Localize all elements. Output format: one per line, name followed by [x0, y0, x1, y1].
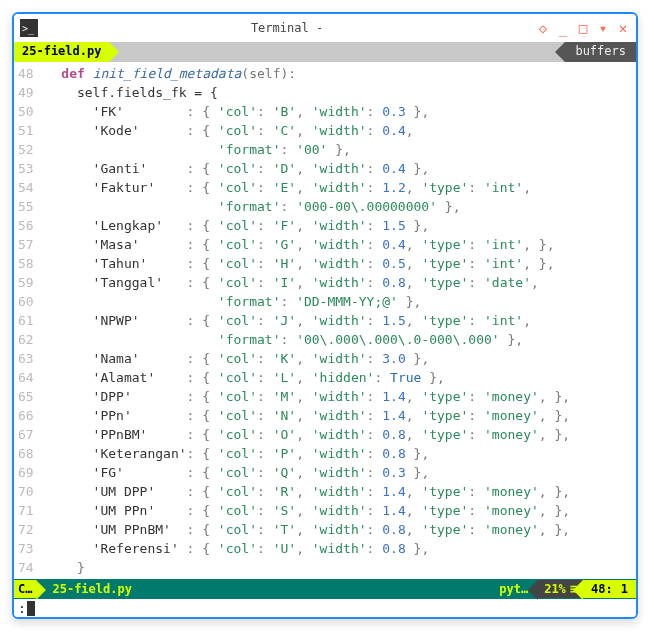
- titlebar: >_ Terminal - ◇ _ □ ▾ ✕: [14, 14, 636, 42]
- code-line: 'PPnBM' : { 'col': 'O', 'width': 0.8, 't…: [46, 425, 632, 444]
- code-line: 'FK' : { 'col': 'B', 'width': 0.3 },: [46, 102, 632, 121]
- line-number: 50: [18, 102, 34, 121]
- line-number: 69: [18, 463, 34, 482]
- cursor-icon: [27, 601, 35, 616]
- code-line: 'Tahun' : { 'col': 'H', 'width': 0.5, 't…: [46, 254, 632, 273]
- line-number: 71: [18, 501, 34, 520]
- status-col: 1: [621, 582, 628, 596]
- editor-area[interactable]: 4849505152535455565758596061626364656667…: [14, 62, 636, 579]
- code-line: 'format': '000-00\.00000000' },: [46, 197, 632, 216]
- titlebar-left: >_: [20, 19, 38, 37]
- cmd-prompt: :: [18, 601, 26, 616]
- line-number: 61: [18, 311, 34, 330]
- code-line: 'PPn' : { 'col': 'N', 'width': 1.4, 'typ…: [46, 406, 632, 425]
- buffers-label[interactable]: buffers: [565, 42, 636, 62]
- window-controls: ◇ _ □ ▾ ✕: [536, 20, 630, 36]
- code-line: self.fields_fk = {: [46, 83, 632, 102]
- status-line: 48: [591, 582, 605, 596]
- line-number: 68: [18, 444, 34, 463]
- line-number: 49: [18, 83, 34, 102]
- code-line: 'Alamat' : { 'col': 'L', 'hidden': True …: [46, 368, 632, 387]
- window-minimize-icon[interactable]: _: [556, 20, 570, 36]
- code-line: 'Masa' : { 'col': 'G', 'width': 0.4, 'ty…: [46, 235, 632, 254]
- line-number: 70: [18, 482, 34, 501]
- line-number: 62: [18, 330, 34, 349]
- status-filetype: pyt…: [499, 582, 528, 596]
- terminal-app-icon: >_: [20, 19, 38, 37]
- status-mode: C…: [14, 580, 36, 598]
- window-title: Terminal -: [38, 21, 536, 35]
- line-number: 48: [18, 64, 34, 83]
- line-number: 73: [18, 539, 34, 558]
- window-close-icon[interactable]: ✕: [616, 20, 630, 36]
- buffer-tabbar: 25-field.py buffers: [14, 42, 636, 62]
- code-line: 'Referensi' : { 'col': 'U', 'width': 0.8…: [46, 539, 632, 558]
- terminal-window: >_ Terminal - ◇ _ □ ▾ ✕ 25-field.py buff…: [12, 12, 638, 619]
- line-number: 56: [18, 216, 34, 235]
- line-number: 55: [18, 197, 34, 216]
- line-number: 67: [18, 425, 34, 444]
- line-number: 52: [18, 140, 34, 159]
- code-line: 'format': 'DD-MMM-YY;@' },: [46, 292, 632, 311]
- code-line: 'UM PPnBM' : { 'col': 'T', 'width': 0.8,…: [46, 520, 632, 539]
- line-number: 65: [18, 387, 34, 406]
- line-number: 72: [18, 520, 34, 539]
- status-percent: 21%: [544, 582, 566, 596]
- status-position: 48:1: [583, 580, 636, 598]
- code-line: 'format': '00' },: [46, 140, 632, 159]
- line-number: 66: [18, 406, 34, 425]
- tab-active[interactable]: 25-field.py: [14, 42, 109, 62]
- code-line: def init_field_metadata(self):: [46, 64, 632, 83]
- code-line: 'Lengkap' : { 'col': 'F', 'width': 1.5 }…: [46, 216, 632, 235]
- window-pin-icon[interactable]: ◇: [536, 20, 550, 36]
- statusbar: C… 25-field.py pyt… 21% ≡ 48:1: [14, 579, 636, 599]
- code-line: 'Tanggal' : { 'col': 'I', 'width': 0.8, …: [46, 273, 632, 292]
- code-line: 'UM DPP' : { 'col': 'R', 'width': 1.4, '…: [46, 482, 632, 501]
- line-number: 74: [18, 558, 34, 577]
- code-content[interactable]: def init_field_metadata(self): self.fiel…: [42, 62, 636, 579]
- command-line[interactable]: :: [14, 599, 636, 617]
- code-line: 'DPP' : { 'col': 'M', 'width': 1.4, 'typ…: [46, 387, 632, 406]
- line-number: 51: [18, 121, 34, 140]
- line-number: 60: [18, 292, 34, 311]
- code-line: 'UM PPn' : { 'col': 'S', 'width': 1.4, '…: [46, 501, 632, 520]
- line-number: 57: [18, 235, 34, 254]
- window-maximize-icon[interactable]: □: [576, 20, 590, 36]
- status-filename: 25-field.py: [52, 582, 131, 596]
- line-number: 54: [18, 178, 34, 197]
- code-line: }: [46, 558, 632, 577]
- code-line: 'Ganti' : { 'col': 'D', 'width': 0.4 },: [46, 159, 632, 178]
- code-line: 'FG' : { 'col': 'Q', 'width': 0.3 },: [46, 463, 632, 482]
- code-line: 'NPWP' : { 'col': 'J', 'width': 1.5, 'ty…: [46, 311, 632, 330]
- line-number: 64: [18, 368, 34, 387]
- line-number: 53: [18, 159, 34, 178]
- code-line: 'Kode' : { 'col': 'C', 'width': 0.4,: [46, 121, 632, 140]
- window-dropdown-icon[interactable]: ▾: [596, 20, 610, 36]
- code-line: 'Nama' : { 'col': 'K', 'width': 3.0 },: [46, 349, 632, 368]
- code-line: 'Keterangan': { 'col': 'P', 'width': 0.8…: [46, 444, 632, 463]
- line-number-gutter: 4849505152535455565758596061626364656667…: [14, 62, 42, 579]
- line-number: 58: [18, 254, 34, 273]
- code-line: 'Faktur' : { 'col': 'E', 'width': 1.2, '…: [46, 178, 632, 197]
- line-number: 63: [18, 349, 34, 368]
- code-line: 'format': '00\.000\.000\.0-000\.000' },: [46, 330, 632, 349]
- line-number: 59: [18, 273, 34, 292]
